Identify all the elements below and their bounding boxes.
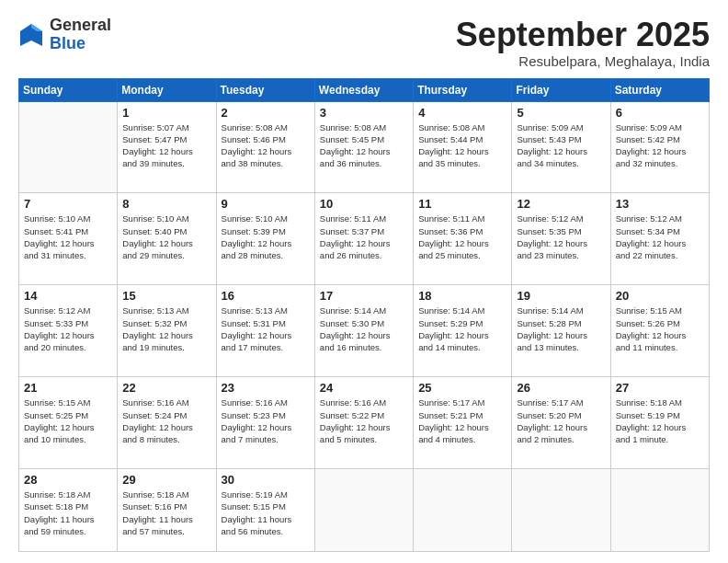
calendar-cell: 20Sunrise: 5:15 AM Sunset: 5:26 PM Dayli…	[610, 285, 709, 377]
day-number: 2	[222, 106, 310, 120]
logo-text: General Blue	[50, 17, 111, 53]
day-info: Sunrise: 5:12 AM Sunset: 5:33 PM Dayligh…	[24, 304, 112, 353]
day-info: Sunrise: 5:11 AM Sunset: 5:36 PM Dayligh…	[418, 213, 506, 261]
day-info: Sunrise: 5:18 AM Sunset: 5:18 PM Dayligh…	[24, 488, 112, 537]
calendar-cell: 24Sunrise: 5:16 AM Sunset: 5:22 PM Dayli…	[314, 377, 413, 469]
calendar-cell: 7Sunrise: 5:10 AM Sunset: 5:41 PM Daylig…	[19, 193, 118, 285]
day-info: Sunrise: 5:18 AM Sunset: 5:19 PM Dayligh…	[616, 396, 704, 445]
calendar-cell: 1Sunrise: 5:07 AM Sunset: 5:47 PM Daylig…	[118, 101, 216, 193]
day-number: 24	[320, 381, 408, 395]
calendar-cell	[19, 101, 118, 193]
day-info: Sunrise: 5:14 AM Sunset: 5:28 PM Dayligh…	[517, 304, 605, 353]
calendar-cell: 4Sunrise: 5:08 AM Sunset: 5:44 PM Daylig…	[414, 101, 512, 193]
day-info: Sunrise: 5:15 AM Sunset: 5:26 PM Dayligh…	[616, 304, 704, 353]
header: General Blue September 2025 Resubelpara,…	[18, 17, 710, 69]
day-info: Sunrise: 5:14 AM Sunset: 5:30 PM Dayligh…	[320, 304, 408, 353]
calendar-cell: 8Sunrise: 5:10 AM Sunset: 5:40 PM Daylig…	[118, 193, 216, 285]
calendar-cell: 11Sunrise: 5:11 AM Sunset: 5:36 PM Dayli…	[414, 193, 512, 285]
day-info: Sunrise: 5:11 AM Sunset: 5:37 PM Dayligh…	[320, 213, 408, 261]
logo-icon	[18, 22, 44, 48]
calendar-cell: 18Sunrise: 5:14 AM Sunset: 5:29 PM Dayli…	[414, 285, 512, 377]
calendar-cell	[512, 469, 610, 552]
calendar-cell: 27Sunrise: 5:18 AM Sunset: 5:19 PM Dayli…	[610, 377, 709, 469]
day-info: Sunrise: 5:12 AM Sunset: 5:34 PM Dayligh…	[616, 213, 704, 261]
calendar-cell: 15Sunrise: 5:13 AM Sunset: 5:32 PM Dayli…	[118, 285, 216, 377]
day-info: Sunrise: 5:15 AM Sunset: 5:25 PM Dayligh…	[24, 396, 112, 445]
day-number: 15	[122, 289, 210, 303]
day-number: 7	[24, 197, 112, 211]
day-info: Sunrise: 5:17 AM Sunset: 5:21 PM Dayligh…	[418, 396, 506, 445]
day-number: 25	[418, 381, 506, 395]
day-number: 9	[222, 197, 310, 211]
title-area: September 2025 Resubelpara, Meghalaya, I…	[456, 17, 710, 69]
calendar-cell	[314, 469, 413, 552]
month-title: September 2025	[456, 17, 710, 53]
day-info: Sunrise: 5:08 AM Sunset: 5:44 PM Dayligh…	[418, 121, 506, 170]
header-saturday: Saturday	[610, 78, 709, 101]
day-info: Sunrise: 5:08 AM Sunset: 5:46 PM Dayligh…	[222, 121, 310, 170]
location: Resubelpara, Meghalaya, India	[456, 53, 710, 69]
day-number: 26	[517, 381, 605, 395]
header-monday: Monday	[118, 78, 216, 101]
day-info: Sunrise: 5:19 AM Sunset: 5:15 PM Dayligh…	[222, 488, 310, 537]
calendar-cell: 16Sunrise: 5:13 AM Sunset: 5:31 PM Dayli…	[216, 285, 314, 377]
day-info: Sunrise: 5:10 AM Sunset: 5:39 PM Dayligh…	[222, 213, 310, 261]
day-number: 22	[122, 381, 210, 395]
day-info: Sunrise: 5:16 AM Sunset: 5:23 PM Dayligh…	[222, 396, 310, 445]
day-number: 29	[122, 473, 210, 487]
logo: General Blue	[18, 17, 111, 53]
calendar-cell: 25Sunrise: 5:17 AM Sunset: 5:21 PM Dayli…	[414, 377, 512, 469]
day-number: 14	[24, 289, 112, 303]
day-number: 23	[222, 381, 310, 395]
calendar-cell: 26Sunrise: 5:17 AM Sunset: 5:20 PM Dayli…	[512, 377, 610, 469]
calendar-table: Sunday Monday Tuesday Wednesday Thursday…	[18, 78, 710, 552]
day-number: 11	[418, 197, 506, 211]
day-info: Sunrise: 5:07 AM Sunset: 5:47 PM Dayligh…	[122, 121, 210, 170]
calendar-cell: 10Sunrise: 5:11 AM Sunset: 5:37 PM Dayli…	[314, 193, 413, 285]
day-info: Sunrise: 5:17 AM Sunset: 5:20 PM Dayligh…	[517, 396, 605, 445]
calendar-cell: 28Sunrise: 5:18 AM Sunset: 5:18 PM Dayli…	[19, 469, 118, 552]
day-number: 12	[517, 197, 605, 211]
day-number: 5	[517, 106, 605, 120]
day-number: 17	[320, 289, 408, 303]
day-info: Sunrise: 5:16 AM Sunset: 5:24 PM Dayligh…	[122, 396, 210, 445]
day-info: Sunrise: 5:08 AM Sunset: 5:45 PM Dayligh…	[320, 121, 408, 170]
logo-general: General	[50, 17, 111, 35]
day-number: 28	[24, 473, 112, 487]
day-info: Sunrise: 5:10 AM Sunset: 5:40 PM Dayligh…	[122, 213, 210, 261]
page: General Blue September 2025 Resubelpara,…	[0, 0, 728, 563]
day-info: Sunrise: 5:16 AM Sunset: 5:22 PM Dayligh…	[320, 396, 408, 445]
calendar-cell	[610, 469, 709, 552]
day-info: Sunrise: 5:09 AM Sunset: 5:42 PM Dayligh…	[616, 121, 704, 170]
calendar-cell	[414, 469, 512, 552]
calendar-cell: 2Sunrise: 5:08 AM Sunset: 5:46 PM Daylig…	[216, 101, 314, 193]
calendar-cell: 3Sunrise: 5:08 AM Sunset: 5:45 PM Daylig…	[314, 101, 413, 193]
day-number: 10	[320, 197, 408, 211]
day-number: 3	[320, 106, 408, 120]
calendar-cell: 14Sunrise: 5:12 AM Sunset: 5:33 PM Dayli…	[19, 285, 118, 377]
calendar-cell: 21Sunrise: 5:15 AM Sunset: 5:25 PM Dayli…	[19, 377, 118, 469]
day-info: Sunrise: 5:10 AM Sunset: 5:41 PM Dayligh…	[24, 213, 112, 261]
day-number: 4	[418, 106, 506, 120]
day-number: 13	[616, 197, 704, 211]
calendar-cell: 6Sunrise: 5:09 AM Sunset: 5:42 PM Daylig…	[610, 101, 709, 193]
calendar-header-row: Sunday Monday Tuesday Wednesday Thursday…	[19, 78, 710, 101]
header-friday: Friday	[512, 78, 610, 101]
day-number: 16	[222, 289, 310, 303]
calendar-cell: 5Sunrise: 5:09 AM Sunset: 5:43 PM Daylig…	[512, 101, 610, 193]
calendar-cell: 22Sunrise: 5:16 AM Sunset: 5:24 PM Dayli…	[118, 377, 216, 469]
day-info: Sunrise: 5:13 AM Sunset: 5:31 PM Dayligh…	[222, 304, 310, 353]
header-thursday: Thursday	[414, 78, 512, 101]
day-number: 6	[616, 106, 704, 120]
day-number: 18	[418, 289, 506, 303]
calendar-cell: 9Sunrise: 5:10 AM Sunset: 5:39 PM Daylig…	[216, 193, 314, 285]
header-sunday: Sunday	[19, 78, 118, 101]
logo-blue: Blue	[50, 35, 111, 53]
day-info: Sunrise: 5:12 AM Sunset: 5:35 PM Dayligh…	[517, 213, 605, 261]
day-number: 30	[222, 473, 310, 487]
calendar-cell: 13Sunrise: 5:12 AM Sunset: 5:34 PM Dayli…	[610, 193, 709, 285]
calendar-cell: 19Sunrise: 5:14 AM Sunset: 5:28 PM Dayli…	[512, 285, 610, 377]
calendar-cell: 17Sunrise: 5:14 AM Sunset: 5:30 PM Dayli…	[314, 285, 413, 377]
calendar-cell: 29Sunrise: 5:18 AM Sunset: 5:16 PM Dayli…	[118, 469, 216, 552]
header-tuesday: Tuesday	[216, 78, 314, 101]
